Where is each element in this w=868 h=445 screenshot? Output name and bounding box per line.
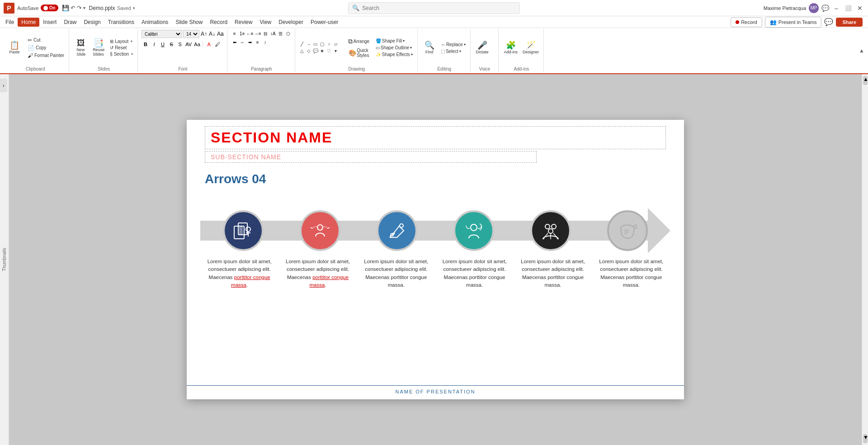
heart-shape[interactable]: ♡ xyxy=(326,48,332,54)
menu-poweruser[interactable]: Power-user xyxy=(307,18,342,27)
align-right-button[interactable]: ➡ xyxy=(246,38,254,46)
menu-record[interactable]: Record xyxy=(206,18,231,27)
new-slide-button[interactable]: 🖼 NewSlide xyxy=(73,38,89,57)
menu-insert[interactable]: Insert xyxy=(39,18,60,27)
menu-transitions[interactable]: Transitions xyxy=(104,18,138,27)
search-bar[interactable]: 🔍 xyxy=(348,2,520,14)
menu-animations[interactable]: Animations xyxy=(138,18,172,27)
circle-1[interactable] xyxy=(223,210,264,251)
layout-button[interactable]: ⊞ Layout ▾ xyxy=(108,38,135,44)
align-left-button[interactable]: ⬅ xyxy=(231,38,238,46)
addins-button[interactable]: 🧩 Add-ins xyxy=(502,40,520,55)
rect-shape[interactable]: ▭ xyxy=(312,41,319,47)
search-input[interactable] xyxy=(362,5,516,11)
text-direction-button[interactable]: ↕A xyxy=(269,30,277,37)
replace-button[interactable]: ↔ Replace ▾ xyxy=(439,42,467,47)
circle-6[interactable] xyxy=(607,210,648,251)
scroll-up-button[interactable]: ▲ xyxy=(863,76,868,85)
line-shape[interactable]: ╱ xyxy=(299,41,305,47)
dictate-button[interactable]: 🎤 Dictate xyxy=(474,40,491,55)
circle-4[interactable] xyxy=(453,210,494,251)
more-shapes[interactable]: ▾ xyxy=(333,48,339,54)
close-button[interactable]: ✕ xyxy=(855,4,864,13)
circle-5[interactable] xyxy=(530,210,571,251)
ribbon-collapse-icon[interactable]: ▲ xyxy=(857,46,866,56)
comments-ribbon-icon[interactable]: 💬 xyxy=(824,18,833,26)
parallelogram-shape[interactable]: ▱ xyxy=(333,41,339,47)
strikethrough-button[interactable]: S xyxy=(167,40,175,48)
slide-title[interactable]: Arrows 04 xyxy=(205,172,266,186)
menu-draw[interactable]: Draw xyxy=(60,18,80,27)
align-text-button[interactable]: ☰ xyxy=(277,30,284,37)
char-spacing-button[interactable]: AV xyxy=(184,40,193,48)
shape-fill-button[interactable]: 🪣 Shape Fill ▾ xyxy=(374,38,415,44)
quick-styles-button[interactable]: 🎨 QuickStyles xyxy=(345,47,373,59)
designer-button[interactable]: 🪄 Designer xyxy=(521,40,541,55)
menu-file[interactable]: File xyxy=(2,18,18,27)
bullets-button[interactable]: ≡ xyxy=(231,30,238,37)
section-name-box[interactable]: SECTION NAME xyxy=(205,126,666,149)
arrange-button[interactable]: ⧉ Arrange xyxy=(345,37,373,46)
menu-design[interactable]: Design xyxy=(80,18,104,27)
bold-button[interactable]: B xyxy=(142,40,150,48)
menu-slideshow[interactable]: Slide Show xyxy=(172,18,206,27)
triangle-shape[interactable]: △ xyxy=(299,48,305,54)
shadow-button[interactable]: S xyxy=(176,40,184,48)
section-button[interactable]: § Section ▾ xyxy=(108,51,135,57)
font-case-button[interactable]: Aa xyxy=(193,40,201,48)
clear-format-icon[interactable]: Aa xyxy=(217,30,224,38)
format-painter-button[interactable]: 🖌 Format Painter xyxy=(26,52,66,59)
font-size-select[interactable]: 14 xyxy=(183,30,199,38)
menu-review[interactable]: Review xyxy=(231,18,256,27)
link-2[interactable]: porttitor congue massa xyxy=(309,275,349,288)
highlight-button[interactable]: 🖊 xyxy=(213,40,222,48)
circle-2[interactable] xyxy=(300,210,340,251)
decrease-indent-button[interactable]: ←≡ xyxy=(246,30,254,37)
align-center-button[interactable]: ↔ xyxy=(239,38,246,46)
comments-icon[interactable]: 💬 xyxy=(821,5,829,12)
more-icon[interactable]: ▾ xyxy=(83,5,85,10)
scroll-down-button[interactable]: ▼ xyxy=(863,434,868,443)
paste-button[interactable]: 📋 Paste xyxy=(5,40,24,55)
present-teams-button[interactable]: 👥 Present in Teams xyxy=(765,17,822,28)
underline-button[interactable]: U xyxy=(159,40,167,48)
round-rect-shape[interactable]: ▢ xyxy=(319,41,326,47)
undo-icon[interactable]: ↶ xyxy=(71,5,75,11)
diamond-shape[interactable]: ◇ xyxy=(306,48,312,54)
reuse-slides-button[interactable]: 📑 ReuseSlides xyxy=(90,38,107,57)
autosave-toggle[interactable]: On xyxy=(41,5,58,11)
font-color-button[interactable]: A xyxy=(205,40,213,48)
menu-home[interactable]: Home xyxy=(18,18,39,27)
line-spacing-button[interactable]: ↕ xyxy=(262,38,269,46)
justify-button[interactable]: ≡ xyxy=(254,38,261,46)
right-scrollbar[interactable]: ▲ ▼ xyxy=(862,74,868,445)
shape-outline-button[interactable]: ▭ Shape Outline ▾ xyxy=(374,45,415,51)
star-shape[interactable]: ★ xyxy=(319,48,326,54)
find-button[interactable]: 🔍 Find xyxy=(421,40,438,55)
arrow-shape[interactable]: → xyxy=(306,41,312,47)
increase-font-icon[interactable]: A↑ xyxy=(200,30,208,38)
smartart-button[interactable]: ⬡ xyxy=(285,30,292,37)
copy-button[interactable]: 📄 Copy xyxy=(26,44,66,52)
shape-effects-button[interactable]: ✨ Shape Effects ▾ xyxy=(374,52,415,57)
select-button[interactable]: ⬚ Select ▾ xyxy=(439,48,467,54)
minimize-button[interactable]: – xyxy=(832,4,841,13)
record-button[interactable]: Record xyxy=(731,17,762,27)
italic-button[interactable]: I xyxy=(150,40,158,48)
link-1[interactable]: porttitor congue massa xyxy=(231,275,270,288)
decrease-font-icon[interactable]: A↓ xyxy=(208,30,216,38)
font-family-select[interactable]: Calibri xyxy=(142,30,182,38)
redo-icon[interactable]: ↷ xyxy=(77,5,82,11)
panel-toggle-button[interactable]: › xyxy=(0,79,7,92)
circle-3[interactable] xyxy=(377,210,417,251)
numbering-button[interactable]: 1≡ xyxy=(239,30,246,37)
oval-shape[interactable]: ○ xyxy=(326,41,332,47)
subsection-box[interactable]: SUB-SECTION NAME xyxy=(205,151,537,163)
menu-developer[interactable]: Developer xyxy=(275,18,307,27)
columns-button[interactable]: ⊟ xyxy=(262,30,269,37)
share-button[interactable]: Share xyxy=(836,18,863,27)
increase-indent-button[interactable]: →≡ xyxy=(254,30,261,37)
cut-button[interactable]: ✂ Cut xyxy=(26,37,66,44)
slide-canvas[interactable]: SECTION NAME SUB-SECTION NAME Arrows 04 xyxy=(187,120,684,399)
restore-button[interactable]: ⬜ xyxy=(844,4,853,13)
